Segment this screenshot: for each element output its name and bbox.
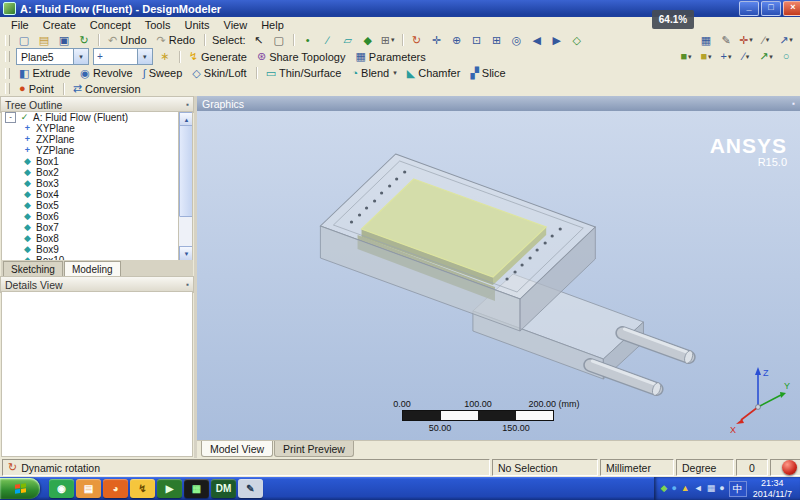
select-cursor-icon[interactable]: ↖ bbox=[250, 33, 268, 47]
media-app-icon[interactable]: ▶ bbox=[157, 479, 182, 498]
update-tray-icon[interactable]: ▲ bbox=[681, 484, 690, 493]
iso-view-icon[interactable]: ◇ bbox=[568, 33, 586, 47]
undo-button[interactable]: ↶Undo bbox=[104, 33, 151, 47]
generate-button[interactable]: ↯Generate bbox=[185, 50, 251, 64]
tab-print-preview[interactable]: Print Preview bbox=[274, 441, 354, 457]
pin-icon[interactable]: ▪ bbox=[186, 100, 189, 109]
close-button[interactable]: × bbox=[783, 1, 800, 16]
chat-tray-icon[interactable]: ● bbox=[671, 484, 676, 493]
firefox-app-icon[interactable]: ◕ bbox=[103, 479, 128, 498]
edge-filter-icon[interactable]: ∕ bbox=[319, 33, 337, 47]
toolbar-grip[interactable] bbox=[5, 35, 10, 46]
menu-item[interactable]: Units bbox=[177, 17, 216, 32]
conversion-button[interactable]: ⇄Conversion bbox=[69, 82, 145, 96]
tree-scrollbar[interactable]: ▲ ▼ bbox=[178, 112, 192, 261]
vertex-display-icon[interactable]: +▾ bbox=[717, 50, 735, 64]
share-topology-button[interactable]: ⊛Share Topology bbox=[253, 50, 349, 64]
tree-item-body[interactable]: ◆ Box2 bbox=[2, 167, 192, 178]
redo-button[interactable]: ↷Redo bbox=[153, 33, 200, 47]
zoom-box-icon[interactable]: ⊡ bbox=[468, 33, 486, 47]
minimize-button[interactable]: _ bbox=[739, 1, 759, 16]
body-color-swatch-icon[interactable]: ■▾ bbox=[677, 50, 695, 64]
magnifier-icon[interactable]: ◎ bbox=[508, 33, 526, 47]
tree-item-plane[interactable]: + YZPlane bbox=[2, 145, 192, 156]
new-file-icon[interactable]: ▢ bbox=[15, 33, 33, 47]
menu-item[interactable]: File bbox=[4, 17, 36, 32]
normal-display-icon[interactable]: ↗▾ bbox=[757, 50, 775, 64]
plane-select[interactable]: Plane5 ▾ bbox=[16, 48, 89, 65]
face-filter-icon[interactable]: ▱ bbox=[339, 33, 357, 47]
record-indicator[interactable] bbox=[782, 460, 797, 475]
scrollbar-thumb[interactable] bbox=[179, 125, 193, 217]
tree-item-body[interactable]: ◆ Box1 bbox=[2, 156, 192, 167]
power-tray-icon[interactable]: ● bbox=[719, 484, 724, 493]
chamfer-button[interactable]: ◣Chamfer bbox=[403, 66, 465, 80]
toolbar-grip[interactable] bbox=[5, 83, 10, 94]
tree-item-plane[interactable]: + ZXPlane bbox=[2, 134, 192, 145]
extrude-button[interactable]: ◧Extrude bbox=[15, 66, 74, 80]
chevron-down-icon[interactable]: ▾ bbox=[73, 49, 88, 64]
face-color-swatch-icon[interactable]: ■▾ bbox=[697, 50, 715, 64]
tree-item-body[interactable]: ◆ Box6 bbox=[2, 211, 192, 222]
menu-item[interactable]: Create bbox=[36, 17, 83, 32]
volume-tray-icon[interactable]: ◄ bbox=[694, 484, 703, 493]
point-button[interactable]: ●Point bbox=[15, 82, 58, 96]
frozen-body-display-icon[interactable]: ○ bbox=[777, 50, 795, 64]
parameters-button[interactable]: ▦Parameters bbox=[351, 50, 429, 64]
network-tray-icon[interactable]: ▦ bbox=[707, 484, 716, 493]
tree-item-body[interactable]: ◆ Box5 bbox=[2, 200, 192, 211]
maximize-button[interactable]: □ bbox=[761, 1, 781, 16]
pin-icon[interactable]: ▪ bbox=[186, 280, 189, 289]
tree-item-plane[interactable]: + XYPlane bbox=[2, 123, 192, 134]
revolve-button[interactable]: ◉Revolve bbox=[76, 66, 136, 80]
menu-item[interactable]: Concept bbox=[83, 17, 138, 32]
lightning-app-icon[interactable]: ↯ bbox=[130, 479, 155, 498]
start-button[interactable] bbox=[0, 478, 40, 499]
sweep-button[interactable]: ∫Sweep bbox=[139, 66, 187, 80]
pin-icon[interactable]: ▪ bbox=[792, 99, 795, 108]
tree-item-project-root[interactable]: - ✓ A: Fluid Flow (Fluent) bbox=[2, 112, 192, 123]
open-file-icon[interactable]: ▤ bbox=[35, 33, 53, 47]
chevron-down-icon[interactable]: ▾ bbox=[137, 49, 152, 64]
skin-loft-button[interactable]: ◇Skin/Loft bbox=[188, 66, 250, 80]
tree-item-body[interactable]: ◆ Box4 bbox=[2, 189, 192, 200]
previous-view-icon[interactable]: ◀ bbox=[528, 33, 546, 47]
save-icon[interactable]: ▣ bbox=[55, 33, 73, 47]
menu-item[interactable]: View bbox=[217, 17, 255, 32]
slice-button[interactable]: ▞Slice bbox=[466, 66, 509, 80]
toolbar-grip[interactable] bbox=[5, 68, 10, 79]
tree-item-body[interactable]: ◆ Box3 bbox=[2, 178, 192, 189]
refresh-icon[interactable]: ↻ bbox=[75, 33, 93, 47]
zoom-view-icon[interactable]: ⊕ bbox=[448, 33, 466, 47]
extend-selection-icon[interactable]: ⊞▾ bbox=[379, 33, 397, 47]
tab-sketching[interactable]: Sketching bbox=[3, 261, 63, 277]
tab-model-view[interactable]: Model View bbox=[201, 441, 273, 457]
edge-display-icon[interactable]: ∕▾ bbox=[737, 50, 755, 64]
rotate-view-icon[interactable]: ↻ bbox=[408, 33, 426, 47]
graphics-canvas[interactable]: ANSYS R15.0 0.00 100.00 200.00 (mm) 50.0… bbox=[197, 111, 800, 441]
notes-app-icon[interactable]: ✎ bbox=[238, 479, 263, 498]
shield-tray-icon[interactable]: ◆ bbox=[660, 484, 667, 493]
scroll-down-icon[interactable]: ▼ bbox=[179, 246, 193, 261]
edge-coloring-icon[interactable]: ∕▾ bbox=[757, 33, 775, 47]
cad-app-icon[interactable]: ▦ bbox=[184, 479, 209, 498]
tree-item-body[interactable]: ◆ Box8 bbox=[2, 233, 192, 244]
sketch-pencil-icon[interactable]: ✎ bbox=[717, 33, 735, 47]
direction-display-icon[interactable]: ↗▾ bbox=[777, 33, 795, 47]
tab-modeling[interactable]: Modeling bbox=[64, 261, 121, 277]
clock[interactable]: 21:34 2014/11/7 bbox=[751, 478, 794, 499]
tree-item-body[interactable]: ◆ Box7 bbox=[2, 222, 192, 233]
vertex-filter-icon[interactable]: • bbox=[299, 33, 317, 47]
next-view-icon[interactable]: ▶ bbox=[548, 33, 566, 47]
tree-item-body[interactable]: ◆ Box9 bbox=[2, 244, 192, 255]
pan-icon[interactable]: ✛ bbox=[428, 33, 446, 47]
look-at-face-icon[interactable]: ▦ bbox=[697, 33, 715, 47]
snap-icon[interactable]: ✛▾ bbox=[737, 33, 755, 47]
designmodeler-app-icon[interactable]: DM bbox=[211, 479, 236, 498]
browser-app-icon[interactable]: ◉ bbox=[49, 479, 74, 498]
new-sketch-button[interactable]: ∗ bbox=[156, 50, 174, 64]
thin-surface-button[interactable]: ▭Thin/Surface bbox=[262, 66, 346, 80]
body-filter-icon[interactable]: ◆ bbox=[359, 33, 377, 47]
sketch-select[interactable]: + ▾ bbox=[93, 48, 153, 65]
box-select-icon[interactable]: ▢ bbox=[270, 33, 288, 47]
